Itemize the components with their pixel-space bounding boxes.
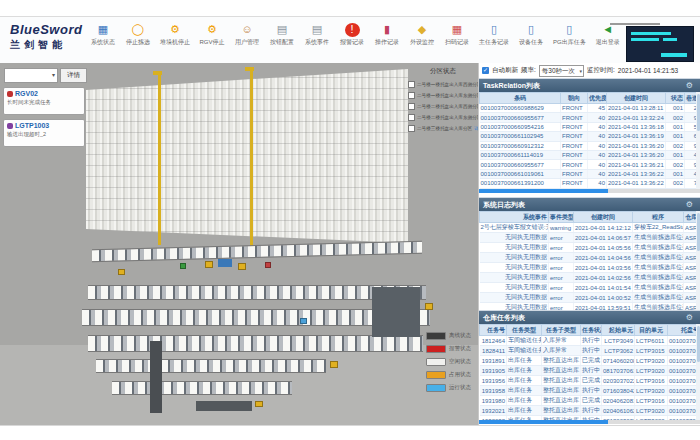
- gear-icon[interactable]: [686, 311, 693, 324]
- table-cell: 2021-04-01 13:36:22: [607, 169, 666, 178]
- forklift-icon: [205, 261, 213, 268]
- table-row[interactable]: 0010037000660954216FRONT402021-04-01 13:…: [480, 122, 700, 131]
- table-cell: 40: [588, 113, 607, 122]
- toolbar-button[interactable]: ▤ 按钮配置: [269, 23, 295, 47]
- table-row[interactable]: 0010037000660955677FRONT402021-04-01 13:…: [480, 113, 700, 122]
- column-header[interactable]: 目的单元: [635, 325, 668, 336]
- partition-label: 二号楼三楼托盘出入库分区: [417, 126, 472, 131]
- table-cell: 整托直达出库: [542, 406, 581, 416]
- table-row[interactable]: 2号七层穿梭车报文错误:无法处理warning2021-04-01 14:12:…: [480, 223, 700, 233]
- table-cell: 1931956: [480, 376, 507, 386]
- table-row[interactable]: 无回执无用数据error2021-04-01 14:04:56生成当前拣选库位列…: [480, 253, 700, 263]
- gear-icon[interactable]: [686, 198, 693, 211]
- column-header[interactable]: 任务类型: [507, 325, 542, 336]
- toolbar-button[interactable]: ⚙ 堆垛机停止: [160, 23, 190, 47]
- toolbar-label: 操作记录: [375, 38, 399, 47]
- toolbar-button[interactable]: ▮ 操作记录: [374, 23, 400, 47]
- table-row[interactable]: 1828411车间输送任务入库异常执行中LCTP3062LCTP30150010…: [480, 346, 700, 356]
- alarm-filter-select[interactable]: [4, 68, 58, 83]
- column-header[interactable]: 程序: [633, 212, 684, 223]
- table-row[interactable]: 1931958出库任务整托直达出库执行中0716038042LCTP302000…: [480, 386, 700, 396]
- table-row[interactable]: 1932021出库任务整托直达出库执行中0204061062LCTP302000…: [480, 406, 700, 416]
- table-cell: 出库任务: [507, 386, 542, 396]
- table-row[interactable]: 0010037000660912312FRONT402021-04-01 13:…: [480, 141, 700, 150]
- column-header[interactable]: 事件类型: [549, 212, 574, 223]
- column-header[interactable]: 朝向: [561, 93, 588, 104]
- column-header[interactable]: 条码: [480, 93, 561, 104]
- gear-icon[interactable]: [686, 79, 693, 92]
- toolbar-button[interactable]: ▯ PG出库任务: [553, 23, 586, 47]
- column-header[interactable]: 起始单元: [602, 325, 635, 336]
- table-row[interactable]: 0010037000660988629FRONT452021-04-01 13:…: [480, 104, 700, 113]
- partition-checkbox[interactable]: [408, 81, 415, 88]
- toolbar-button[interactable]: ▤ 系统事件: [304, 23, 330, 47]
- table-row[interactable]: 无回执无用数据error2021-04-01 14:06:57生成当前拣选库位列…: [480, 233, 700, 243]
- horizontal-scrollbar[interactable]: [479, 189, 700, 193]
- table-cell: 2021-04-01 14:04:56: [574, 253, 633, 263]
- table-row[interactable]: 无回执无用数据error2021-04-01 14:02:56生成当前拣选库位列…: [480, 273, 700, 283]
- column-header[interactable]: 状态: [666, 93, 685, 104]
- partition-checkbox[interactable]: [408, 103, 415, 110]
- table-row[interactable]: 1812464车间输送任务入库异常执行中LCTP3049LCTP60110010…: [480, 336, 700, 346]
- toolbar-button[interactable]: ☺ 用户管理: [234, 23, 260, 47]
- toolbar-button[interactable]: ◄ 退出登录: [595, 23, 621, 47]
- table-cell: 2号七层穿梭车报文错误:无法处理: [480, 223, 549, 233]
- alert-card[interactable]: RGV02 长时间未完成任务: [3, 87, 85, 115]
- toolbar-label: 外设监控: [410, 38, 434, 47]
- table-row[interactable]: 无回执无用数据error2021-04-01 14:03:56生成当前拣选库位列…: [480, 263, 700, 273]
- table-cell: 执行中: [581, 336, 602, 346]
- table-row[interactable]: 0010037000661114019FRONT402021-04-01 13:…: [480, 150, 700, 159]
- column-header[interactable]: 任务号: [480, 325, 507, 336]
- table-cell: 2021-04-01 13:36:18: [607, 122, 666, 131]
- table-row[interactable]: 0010037000660955677FRONT402021-04-01 13:…: [480, 160, 700, 169]
- table-row[interactable]: 无回执无用数据error2021-04-01 14:05:56生成当前拣选库位列…: [480, 243, 700, 253]
- table-row[interactable]: 0010037000661102945FRONT402021-04-01 13:…: [480, 132, 700, 141]
- mini-panel-row: [661, 53, 687, 57]
- table-row[interactable]: 0010037000661019061FRONT402021-04-01 13:…: [480, 169, 700, 178]
- vertical-scrollbar[interactable]: [696, 211, 700, 310]
- toolbar-icon: ⚙: [205, 23, 220, 37]
- toolbar-button[interactable]: ▦ 扫码记录: [444, 23, 470, 47]
- column-header[interactable]: 任务子类型: [542, 325, 581, 336]
- toolbar-button[interactable]: ▦ 系统状态: [90, 23, 116, 47]
- table-row[interactable]: 1931956出库任务整托直达出库已完成0203037022LCTP301600…: [480, 376, 700, 386]
- warehouse-3d-view[interactable]: 详情 RGV02 长时间未完成任务 LGTP1003 输送出现超: [0, 63, 478, 425]
- table-cell: 生成当前拣选库位列表请求: [633, 253, 684, 263]
- partition-checkbox[interactable]: [408, 92, 415, 99]
- table-cell: 40: [588, 150, 607, 159]
- horizontal-scrollbar[interactable]: [479, 420, 700, 424]
- toolbar-button[interactable]: ◆ 外设监控: [409, 23, 435, 47]
- alert-card[interactable]: LGTP1003 输送出现超时_2: [3, 119, 85, 147]
- table-cell: 0010037000660912312: [480, 141, 561, 150]
- table-cell: 执行中: [581, 346, 602, 356]
- table-row[interactable]: 无回执无用数据error2021-04-01 14:00:52生成当前拣选库位列…: [480, 293, 700, 303]
- toolbar-icon: ▯: [524, 23, 539, 37]
- toolbar-button[interactable]: ! 报警记录: [339, 23, 365, 47]
- vertical-scrollbar[interactable]: [696, 324, 700, 420]
- toolbar-button[interactable]: ▯ 设备任务: [518, 23, 544, 47]
- task-relation-panel: TaskRelation列表 条码朝向优先度创建时间状态巷道楼层 0010037…: [479, 78, 700, 197]
- auto-refresh-label: 自动刷新: [492, 66, 518, 75]
- toolbar-button[interactable]: ⚙ RGV停止: [199, 23, 225, 47]
- table-cell: 执行中: [581, 386, 602, 396]
- table-row[interactable]: 1931891出库任务整托直达出库已完成0714060208LCTP302000…: [480, 356, 700, 366]
- column-header[interactable]: 创建时间: [607, 93, 666, 104]
- table-row[interactable]: 0010037000661391200FRONT402021-04-01 13:…: [480, 179, 700, 188]
- partition-checkbox[interactable]: [408, 114, 415, 121]
- column-header[interactable]: 任务状态: [581, 325, 602, 336]
- auto-refresh-checkbox[interactable]: ✓: [482, 67, 489, 74]
- details-button[interactable]: 详情: [60, 68, 87, 83]
- column-header[interactable]: 创建时间: [574, 212, 633, 223]
- toolbar-button[interactable]: ▯ 主任务记录: [479, 23, 509, 47]
- panel-header: 系统日志列表: [479, 198, 700, 211]
- table-row[interactable]: 无回执无用数据error2021-04-01 14:01:54生成当前拣选库位列…: [480, 283, 700, 293]
- table-row[interactable]: 无回执无用数据error2021-04-01 13:59:51生成当前拣选库位列…: [480, 303, 700, 311]
- vertical-scrollbar[interactable]: [696, 92, 700, 189]
- refresh-rate-select[interactable]: 每30秒一次: [539, 65, 584, 77]
- partition-checkbox[interactable]: [408, 125, 415, 132]
- toolbar-button[interactable]: ◯ 停止拣选: [125, 23, 151, 47]
- table-row[interactable]: 1931980出库任务整托直达出库已完成0204062081LCTP301600…: [480, 396, 700, 406]
- column-header[interactable]: 优先度: [588, 93, 607, 104]
- column-header[interactable]: 系统事件: [480, 212, 549, 223]
- table-row[interactable]: 1931905出库任务整托直达出库执行中0817037061LCTP302000…: [480, 366, 700, 376]
